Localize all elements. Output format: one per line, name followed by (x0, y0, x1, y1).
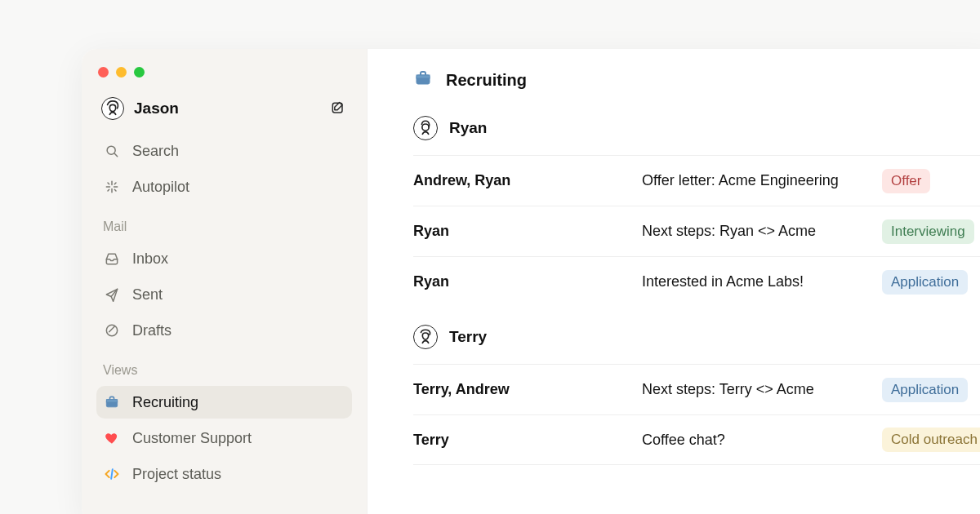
contact-avatar (413, 325, 438, 349)
app-window: Jason Search Autopilot Mail (82, 49, 980, 514)
svg-point-7 (422, 124, 429, 131)
status-badge: Application (882, 270, 968, 295)
svg-rect-4 (106, 400, 117, 402)
group-header-ryan[interactable]: Ryan (413, 106, 980, 155)
paper-plane-icon (103, 286, 121, 304)
search-row[interactable]: Search (96, 135, 352, 167)
close-window-button[interactable] (98, 67, 109, 78)
sidebar-item-sent[interactable]: Sent (96, 278, 352, 311)
user-name: Jason (134, 100, 179, 117)
mail-row[interactable]: Ryan Next steps: Ryan <> Acme Interviewi… (413, 206, 980, 256)
mail-sender: Terry, Andrew (413, 381, 642, 398)
sidebar-item-inbox[interactable]: Inbox (96, 242, 352, 275)
sidebar-item-drafts[interactable]: Drafts (96, 314, 352, 347)
compose-button[interactable] (329, 100, 347, 117)
autopilot-label: Autopilot (132, 179, 345, 196)
inbox-icon (103, 250, 121, 268)
svg-rect-6 (416, 75, 430, 78)
mail-subject: Next steps: Ryan <> Acme (642, 223, 882, 240)
pane-header: Recruiting (413, 69, 980, 91)
status-badge: Interviewing (882, 219, 974, 244)
autopilot-row[interactable]: Autopilot (96, 171, 352, 203)
code-icon (103, 465, 121, 483)
sidebar-item-label: Customer Support (132, 430, 345, 447)
heart-icon (103, 429, 121, 447)
user-avatar[interactable] (101, 97, 124, 120)
sidebar-item-label: Project status (132, 466, 345, 483)
sidebar-item-project-status[interactable]: Project status (96, 458, 352, 490)
mail-sender: Andrew, Ryan (413, 172, 642, 189)
contact-name: Ryan (449, 119, 487, 137)
mail-row[interactable]: Terry, Andrew Next steps: Terry <> Acme … (413, 364, 980, 414)
status-badge: Application (882, 378, 968, 402)
minimize-window-button[interactable] (116, 67, 127, 78)
svg-point-1 (107, 146, 115, 154)
contact-avatar (413, 116, 438, 140)
sidebar-item-customer-support[interactable]: Customer Support (96, 422, 352, 454)
mail-row[interactable]: Terry Coffee chat? Cold outreach (413, 414, 980, 465)
mail-sender: Terry (413, 432, 642, 449)
sidebar-item-label: Drafts (132, 322, 345, 339)
sparkle-icon (103, 178, 121, 196)
svg-point-2 (106, 325, 117, 335)
mail-subject: Coffee chat? (642, 432, 882, 449)
main-pane: Recruiting Ryan Andrew, Ryan Offer lette… (368, 49, 980, 514)
mail-sender: Ryan (413, 273, 642, 290)
mail-row[interactable]: Ryan Interested in Acme Labs! Applicatio… (413, 256, 980, 307)
status-badge: Offer (882, 169, 930, 193)
sidebar-item-recruiting[interactable]: Recruiting (96, 386, 352, 419)
search-label: Search (132, 143, 345, 160)
sidebar-item-label: Recruiting (132, 394, 345, 411)
status-badge: Cold outreach (882, 428, 980, 452)
views-section-label: Views (96, 350, 352, 383)
search-icon (103, 142, 121, 160)
sidebar-item-label: Inbox (132, 250, 345, 268)
mail-subject: Next steps: Terry <> Acme (642, 381, 882, 398)
mail-sender: Ryan (413, 223, 642, 240)
briefcase-icon (413, 69, 433, 91)
mail-subject: Offer letter: Acme Engineering (642, 172, 882, 189)
sidebar-item-label: Sent (132, 286, 345, 304)
maximize-window-button[interactable] (134, 67, 145, 78)
mail-section-label: Mail (96, 206, 352, 239)
mail-row[interactable]: Andrew, Ryan Offer letter: Acme Engineer… (413, 155, 980, 206)
contact-name: Terry (449, 328, 487, 346)
mail-subject: Interested in Acme Labs! (642, 273, 882, 290)
profile-row: Jason (96, 92, 352, 131)
group-header-terry[interactable]: Terry (413, 307, 980, 364)
drafts-icon (103, 321, 121, 339)
pane-title: Recruiting (446, 71, 527, 90)
sidebar: Jason Search Autopilot Mail (82, 49, 368, 514)
window-controls (98, 67, 352, 78)
briefcase-icon (103, 393, 121, 411)
